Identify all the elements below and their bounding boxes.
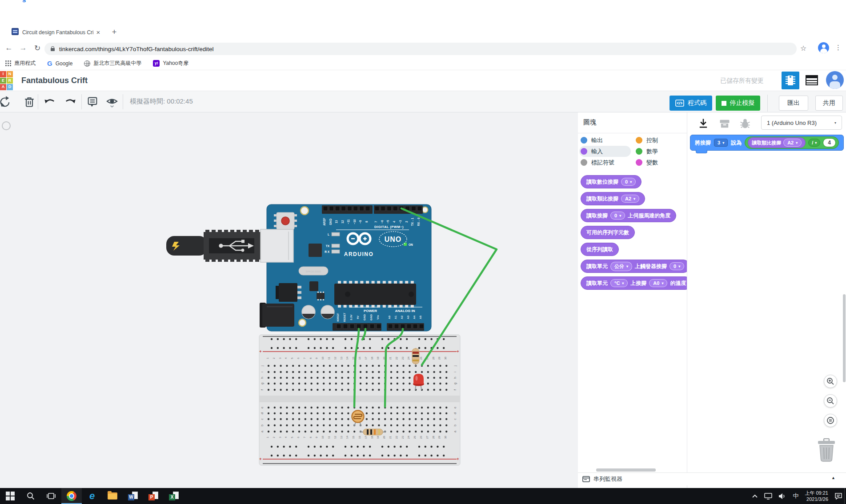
tinkercad-logo[interactable]: INERAD [0,71,13,91]
block-dropdown[interactable]: 0▾ [610,212,625,220]
globe-icon [84,60,90,67]
serial-expand-icon[interactable]: ▲ [831,476,835,480]
operand-value[interactable]: 4 [823,138,836,147]
svg-text:22: 22 [395,356,398,360]
task-view-button[interactable] [41,488,61,504]
analog-pin-dropdown[interactable]: A2▾ [783,139,802,147]
block-dropdown[interactable]: °C▾ [610,279,628,287]
palette-block-2[interactable]: 讀取接腳0▾上伺服馬達的角度 [581,209,676,222]
block-dropdown[interactable]: 0▾ [621,178,636,186]
delete-button[interactable] [23,96,36,108]
category-dot [636,148,642,155]
url-input[interactable]: tinkercad.com/things/4LkY7oThofG-fantabu… [44,43,797,55]
block-dropdown[interactable]: A0▾ [649,279,667,287]
code-workspace[interactable]: 1 (Arduino Uno R3) ▾ 將接腳 3▾ 設為 讀取類比接腳 A2… [687,112,846,472]
taskbar-explorer-button[interactable] [102,488,123,504]
category-標記符號[interactable]: 標記符號 [581,157,614,168]
breadboard[interactable]: ++++112233445566778899101011111212131314… [259,335,460,465]
block-dropdown[interactable]: A2▾ [621,195,639,203]
operator-dropdown[interactable]: /▾ [808,139,820,147]
canvas-handle[interactable] [2,122,10,130]
notes-button[interactable] [86,96,99,108]
taskbar-clock[interactable]: 上午 09:21 2021/3/26 [805,490,828,502]
bookmark-google[interactable]: G Google [47,60,72,67]
bookmark-star-icon[interactable]: ☆ [800,44,806,52]
palette-horizontal-scrollbar[interactable] [596,468,656,472]
palette-block-1[interactable]: 讀取類比接腳A2▾ [581,192,645,205]
block-dropdown[interactable]: 公分▾ [610,262,632,271]
stop-simulation-button[interactable]: 停止模擬 [716,96,760,111]
category-輸入[interactable]: 輸入 [581,146,603,157]
block-dropdown[interactable]: 0▾ [670,262,684,270]
display-tray-icon[interactable] [764,493,772,500]
windows-logo-icon [6,492,15,500]
palette-block-6[interactable]: 讀取單元°C▾上接腳A0▾的溫度 [581,276,687,290]
taskbar-chrome-button[interactable] [61,488,82,504]
bookmark-school[interactable]: 新北市三民高級中學 [84,60,141,67]
taskbar-powerpoint-button[interactable]: P [143,488,164,504]
action-center-icon[interactable] [834,492,842,500]
speaker-icon[interactable] [778,493,786,500]
device-selector[interactable]: 1 (Arduino Uno R3) ▾ [761,116,842,130]
tray-chevron-up-icon[interactable] [752,494,758,498]
serial-monitor-bar[interactable]: 串列監視器 [578,472,846,485]
undo-button[interactable] [44,96,56,108]
list-view-button[interactable] [806,75,818,85]
category-控制[interactable]: 控制 [636,135,658,146]
rotate-button[interactable] [0,96,12,108]
show-desktop-button[interactable] [844,488,846,504]
block-trash-bin[interactable] [816,438,837,464]
tab-close-icon[interactable]: × [94,28,102,36]
set-pin-block[interactable]: 將接腳 3▾ 設為 讀取類比接腳 A2▾ /▾ 4 [690,135,844,151]
palette-block-3[interactable]: 可用的序列字元數 [581,226,635,239]
palette-block-4[interactable]: 從序列讀取 [581,243,619,256]
category-dot [581,148,587,155]
archive-button[interactable] [718,117,731,130]
browser-tab[interactable]: Circuit design Fantabulous Crif... [22,29,93,37]
bookmark-yahoo[interactable]: y! Yahoo奇摩 [153,60,188,67]
usb-cable[interactable] [166,229,293,262]
forward-button[interactable]: → [18,44,28,52]
share-button[interactable]: 共用 [815,96,843,111]
svg-text:29: 29 [438,356,441,360]
design-title[interactable]: Fantabulous Crift [21,76,88,85]
debug-button[interactable] [739,117,751,130]
new-tab-button[interactable]: + [109,28,119,37]
view-button[interactable] [106,96,118,108]
category-輸出[interactable]: 輸出 [581,135,603,146]
circuit-canvas[interactable]: ++++112233445566778899101011111212131314… [0,112,578,488]
download-code-button[interactable] [697,117,710,130]
zoom-out-button[interactable] [824,394,837,408]
reload-button[interactable]: ↻ [32,44,43,53]
chrome-icon [67,491,76,501]
category-數學[interactable]: 數學 [636,146,658,157]
account-avatar[interactable] [826,71,844,89]
url-text: tinkercad.com/things/4LkY7oThofG-fantabu… [59,46,213,52]
read-analog-pin-block[interactable]: 讀取類比接腳 A2▾ [748,137,806,148]
start-button[interactable] [0,488,20,504]
math-division-block[interactable]: 讀取類比接腳 A2▾ /▾ 4 [745,136,839,149]
zoom-in-button[interactable] [824,375,837,388]
resistor-vertical[interactable] [412,348,419,366]
browser-menu-icon[interactable]: ⋮ [835,44,842,52]
zoom-fit-button[interactable] [824,414,837,427]
palette-block-0[interactable]: 讀取數位接腳0▾ [581,175,642,188]
workspace-vertical-scrollbar[interactable] [843,294,846,382]
reset-button[interactable] [274,212,297,229]
palette-block-5[interactable]: 讀取單元公分▾上觸發器接腳0▾ [581,260,687,273]
code-button[interactable]: 程式碼 [670,96,712,111]
taskbar-edge-button[interactable]: e [82,488,102,504]
category-變數[interactable]: 變數 [636,157,658,168]
taskbar-search-button[interactable] [20,488,41,504]
pin-dropdown[interactable]: 3▾ [714,139,728,147]
back-button[interactable]: ← [4,44,14,52]
browser-profile-avatar[interactable] [818,42,829,53]
taskbar-excel-button[interactable]: X [164,488,184,504]
ime-indicator[interactable]: 中 [793,492,798,500]
components-chip-button[interactable] [782,72,799,89]
arduino-uno-board[interactable]: AREFGND1312~11~10~987~6~54~32TX→1RX←0DIG… [166,204,431,331]
redo-button[interactable] [64,96,76,108]
export-button[interactable]: 匯出 [779,96,808,111]
taskbar-word-button[interactable]: W [123,488,143,504]
bookmark-apps[interactable]: 應用程式 [5,60,36,67]
